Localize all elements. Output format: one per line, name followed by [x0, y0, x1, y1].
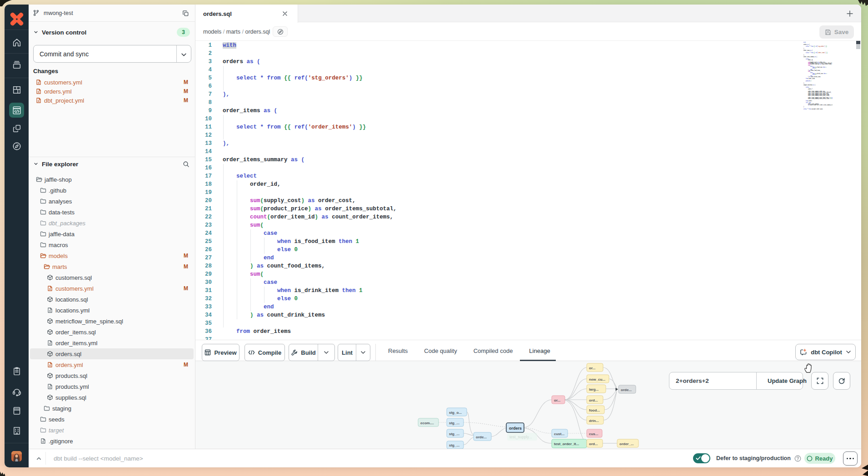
svg-text:ord...: ord...	[589, 398, 598, 402]
svg-text:order_...: order_...	[619, 442, 634, 446]
svg-text:stg_o...: stg_o...	[449, 411, 462, 415]
svg-text:orde...: orde...	[621, 388, 632, 392]
svg-text:stg_...: stg_...	[449, 432, 459, 436]
svg-text:orders: orders	[509, 426, 522, 431]
svg-text:or...: or...	[554, 398, 560, 402]
svg-text:ecom....: ecom....	[420, 421, 434, 425]
svg-text:test_supply...: test_supply...	[509, 435, 532, 439]
svg-text:ord...: ord...	[589, 442, 598, 446]
svg-text:stg_...: stg_...	[449, 421, 459, 425]
svg-text:or...: or...	[589, 366, 595, 370]
svg-text:cust...: cust...	[554, 432, 564, 436]
svg-text:larg...: larg...	[589, 387, 599, 392]
svg-text:orde...: orde...	[476, 435, 487, 439]
svg-text:cus...: cus...	[589, 432, 598, 436]
svg-text:new_cu...: new_cu...	[589, 377, 605, 382]
svg-text:drin...: drin...	[589, 419, 599, 423]
svg-text:test_order_it...: test_order_it...	[554, 442, 579, 446]
svg-text:stg_...: stg_...	[449, 443, 459, 447]
svg-text:food...: food...	[589, 408, 600, 412]
